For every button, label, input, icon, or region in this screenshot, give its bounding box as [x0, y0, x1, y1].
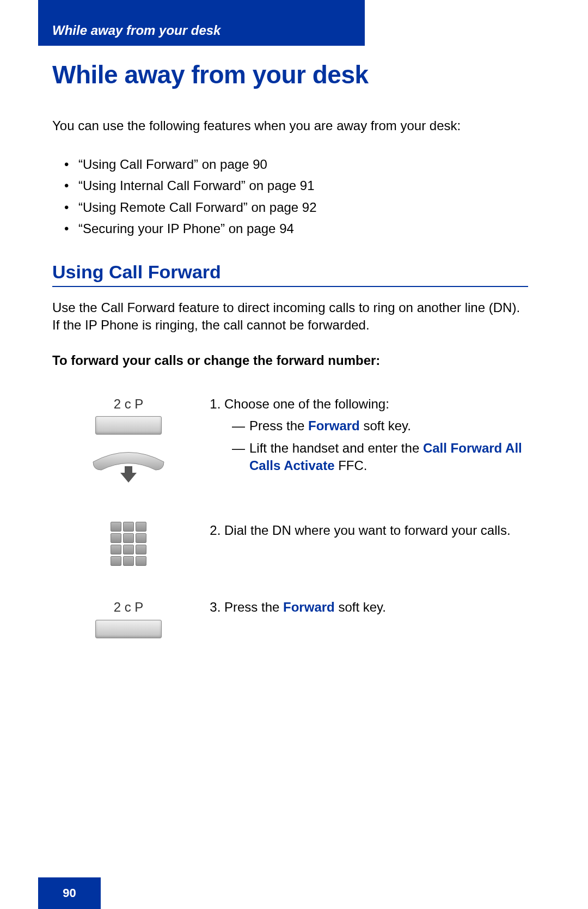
step3-icons: 2 c P: [52, 599, 205, 638]
page-content: While away from your desk You can use th…: [52, 60, 528, 638]
softkey-button-icon: [95, 620, 162, 638]
softkey-label: 2 c P: [95, 599, 162, 616]
step-item: Press the Forward soft key.: [224, 599, 528, 616]
intro-paragraph: You can use the following features when …: [52, 117, 528, 135]
forward-keyword: Forward: [308, 418, 360, 433]
steps-grid: 2 c P: [52, 395, 528, 638]
softkey-label: 2 c P: [95, 395, 162, 413]
header-tab: While away from your desk: [38, 0, 365, 46]
list-item: “Using Remote Call Forward” on page 92: [52, 197, 528, 218]
page-number: 90: [63, 886, 76, 900]
step2-icons: [52, 522, 205, 566]
page-number-tab: 90: [38, 877, 101, 909]
handset-lift-icon: [88, 446, 169, 489]
softkey-group: 2 c P: [95, 599, 162, 638]
document-page: While away from your desk While away fro…: [0, 0, 588, 909]
step1-option-a: Press the Forward soft key.: [224, 417, 528, 435]
forward-keyword: Forward: [283, 600, 335, 614]
step3-text: Press the Forward soft key.: [210, 599, 528, 638]
step1-text: Choose one of the following: Press the F…: [210, 395, 528, 489]
step1-lead: Choose one of the following:: [224, 396, 389, 411]
keypad-icon: [111, 522, 146, 566]
section-paragraph: Use the Call Forward feature to direct i…: [52, 299, 528, 334]
step1-icons: 2 c P: [52, 395, 205, 489]
step2-text: Dial the DN where you want to forward yo…: [210, 522, 528, 566]
step1-option-b: Lift the handset and enter the Call Forw…: [224, 440, 528, 475]
section-rule: [52, 286, 528, 287]
step-item: Dial the DN where you want to forward yo…: [224, 522, 528, 539]
list-item: “Using Internal Call Forward” on page 91: [52, 175, 528, 197]
list-item: “Securing your IP Phone” on page 94: [52, 218, 528, 240]
header-tab-title: While away from your desk: [52, 23, 220, 38]
softkey-group: 2 c P: [95, 395, 162, 435]
step-item: Choose one of the following: Press the F…: [224, 395, 528, 475]
page-title: While away from your desk: [52, 60, 528, 89]
procedure-heading: To forward your calls or change the forw…: [52, 353, 528, 368]
section-title: Using Call Forward: [52, 261, 528, 283]
list-item: “Using Call Forward” on page 90: [52, 154, 528, 175]
softkey-button-icon: [95, 416, 162, 435]
feature-list: “Using Call Forward” on page 90 “Using I…: [52, 154, 528, 240]
